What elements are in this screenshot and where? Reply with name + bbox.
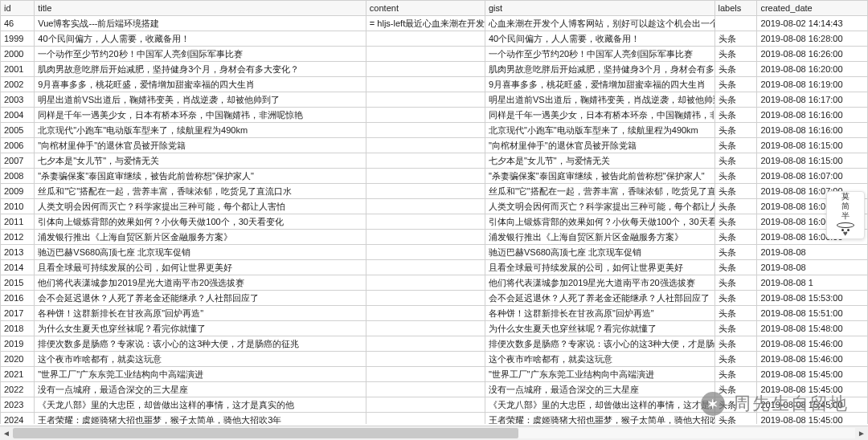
title-cell[interactable]: 一个动作至少节约20秒！中国军人亮剑国际军事比赛	[35, 47, 366, 62]
gist-cell[interactable]: 这个夜市咋啥都有，就卖这玩意	[485, 352, 714, 367]
id-cell[interactable]: 2010	[1, 199, 35, 214]
id-cell[interactable]: 2017	[1, 306, 35, 321]
horizontal-scrollbar[interactable]: ◄ ►	[0, 426, 868, 440]
created-cell[interactable]: 2019-08-08 15:45:00	[757, 413, 868, 425]
labels-cell[interactable]: 头条	[714, 62, 757, 77]
gist-cell[interactable]: "杀妻骗保案"泰国庭审继续，被告此前曾称想"保护家人"	[485, 169, 714, 184]
title-cell[interactable]: 没有一点城府，最适合深交的三大星座	[35, 382, 366, 397]
created-cell[interactable]: 2019-08-08 1	[757, 275, 868, 291]
scroll-thumb[interactable]	[13, 428, 518, 438]
col-gist[interactable]: gist	[485, 1, 714, 16]
table-row[interactable]: 2003明星出道前VS出道后，鞠婧祎变美，肖战逆袭，却被他帅到了明星出道前VS出…	[1, 92, 868, 108]
scroll-track[interactable]	[13, 428, 855, 438]
created-cell[interactable]: 2019-08-08	[757, 245, 868, 260]
table-row[interactable]: 2001肌肉男故意吃胖后开始减肥，坚持健身3个月，身材会有多大变化？肌肉男故意吃…	[1, 62, 868, 77]
title-cell[interactable]: 《天龙八部》里的大忠臣，却曾做出这样的事情，这才是真实的他	[35, 397, 366, 413]
id-cell[interactable]: 2019	[1, 336, 35, 352]
content-cell[interactable]	[366, 352, 485, 367]
content-cell[interactable]	[366, 336, 485, 352]
id-cell[interactable]: 2006	[1, 138, 35, 153]
col-content[interactable]: content	[366, 1, 485, 16]
labels-cell[interactable]: 头条	[714, 321, 757, 336]
gist-cell[interactable]: 北京现代"小跑车"电动版车型来了，续航里程为490km	[485, 123, 714, 138]
content-cell[interactable]	[366, 260, 485, 275]
labels-cell[interactable]: 头条	[714, 260, 757, 275]
content-cell[interactable]	[366, 275, 485, 291]
gist-cell[interactable]: 心血来潮在开发个人博客网站，别好可以趁这个机会出一个系列文 随笔	[485, 16, 714, 31]
table-row[interactable]: 2007七夕本是"女儿节"，与爱情无关七夕本是"女儿节"，与爱情无关头条2019…	[1, 153, 868, 169]
table-row[interactable]: 20029月喜事多多，桃花旺盛，爱情增加甜蜜幸福的四大生肖9月喜事多多，桃花旺盛…	[1, 77, 868, 92]
content-cell[interactable]	[366, 47, 485, 62]
labels-cell[interactable]: 头条	[714, 77, 757, 92]
id-cell[interactable]: 2018	[1, 321, 35, 336]
table-row[interactable]: 46Vue博客实战---前后端环境搭建= hljs-left最近心血来潮在开发个…	[1, 16, 868, 31]
labels-cell[interactable]: 头条	[714, 123, 757, 138]
title-cell[interactable]: 驰迈巴赫VS680高顶七座 北京现车促销	[35, 245, 366, 260]
labels-cell[interactable]: 头条	[714, 169, 757, 184]
created-cell[interactable]: 2019-08-08 16:19:00	[757, 77, 868, 92]
gist-cell[interactable]: 人类文明会因何而灭亡？科学家提出三种可能，每个都让人害怕	[485, 199, 714, 214]
id-cell[interactable]: 2002	[1, 77, 35, 92]
labels-cell[interactable]: 头条	[714, 230, 757, 245]
labels-cell[interactable]: 头条	[714, 31, 757, 47]
content-cell[interactable]	[366, 62, 485, 77]
content-cell[interactable]	[366, 245, 485, 260]
content-cell[interactable]	[366, 108, 485, 123]
created-cell[interactable]: 2019-08-08 15:45:00	[757, 382, 868, 397]
created-cell[interactable]: 2019-08-08 16:17:00	[757, 92, 868, 108]
content-cell[interactable]	[366, 291, 485, 306]
title-cell[interactable]: 浦发银行推出《上海自贸区新片区金融服务方案》	[35, 230, 366, 245]
content-cell[interactable]	[366, 153, 485, 169]
id-cell[interactable]: 2024	[1, 413, 35, 425]
labels-cell[interactable]: 头条	[714, 352, 757, 367]
created-cell[interactable]: 2019-08-08 15:48:00	[757, 321, 868, 336]
table-row[interactable]: 2021"世界工厂"广东东莞工业结构向中高端演进"世界工厂"广东东莞工业结构向中…	[1, 367, 868, 382]
table-row[interactable]: 2010人类文明会因何而灭亡？科学家提出三种可能，每个都让人害怕人类文明会因何而…	[1, 199, 868, 214]
data-grid[interactable]: id title content gist labels created_dat…	[0, 0, 868, 424]
id-cell[interactable]: 2012	[1, 230, 35, 245]
title-cell[interactable]: "世界工厂"广东东莞工业结构向中高端演进	[35, 367, 366, 382]
title-cell[interactable]: 七夕本是"女儿节"，与爱情无关	[35, 153, 366, 169]
gist-cell[interactable]: 各种饼！这群新排长在甘孜高原"回炉再造"	[485, 306, 714, 321]
table-row[interactable]: 2016会不会延迟退休？人死了养老金还能继承？人社部回应了会不会延迟退休？人死了…	[1, 291, 868, 306]
table-row[interactable]: 2020这个夜市咋啥都有，就卖这玩意这个夜市咋啥都有，就卖这玩意头条2019-0…	[1, 352, 868, 367]
table-row[interactable]: 2006"向棺材里伸手"的退休官员被开除党籍"向棺材里伸手"的退休官员被开除党籍…	[1, 138, 868, 153]
id-cell[interactable]: 2001	[1, 62, 35, 77]
table-row[interactable]: 2008"杀妻骗保案"泰国庭审继续，被告此前曾称想"保护家人""杀妻骗保案"泰国…	[1, 169, 868, 184]
id-cell[interactable]: 2021	[1, 367, 35, 382]
created-cell[interactable]: 2019-08-08 16:15:00	[757, 138, 868, 153]
gist-cell[interactable]: 引体向上锻炼背部的效果如何？小伙每天做100个，30天看变化	[485, 214, 714, 230]
labels-cell[interactable]: 头条	[714, 184, 757, 199]
title-cell[interactable]: Vue博客实战---前后端环境搭建	[35, 16, 366, 31]
gist-cell[interactable]: 9月喜事多多，桃花旺盛，爱情增加甜蜜幸福的四大生肖	[485, 77, 714, 92]
title-cell[interactable]: 丝瓜和"它"搭配在一起，营养丰富，香味浓郁，吃货见了直流口水	[35, 184, 366, 199]
created-cell[interactable]: 2019-08-08 16:16:00	[757, 108, 868, 123]
created-cell[interactable]: 2019-08-08 15:51:00	[757, 306, 868, 321]
gist-cell[interactable]: 明星出道前VS出道后，鞠婧祎变美，肖战逆袭，却被他帅到了	[485, 92, 714, 108]
table-row[interactable]: 2004同样是千年一遇美少女，日本有桥本环奈，中国鞠婧祎，非洲呢惊艳同样是千年一…	[1, 108, 868, 123]
table-row[interactable]: 2024王者荣耀：虞姬骑猪大招也噩梦，猴子太简单，骑他大招吹3年王者荣耀：虞姬骑…	[1, 413, 868, 425]
title-cell[interactable]: "杀妻骗保案"泰国庭审继续，被告此前曾称想"保护家人"	[35, 169, 366, 184]
id-cell[interactable]: 2016	[1, 291, 35, 306]
gist-cell[interactable]: 为什么女生夏天也穿丝袜呢？看完你就懂了	[485, 321, 714, 336]
table-row[interactable]: 199940个民间偏方，人人需要，收藏备用！40个民间偏方，人人需要，收藏备用！…	[1, 31, 868, 47]
id-cell[interactable]: 2009	[1, 184, 35, 199]
labels-cell[interactable]: 头条	[714, 47, 757, 62]
labels-cell[interactable]: 头条	[714, 153, 757, 169]
created-cell[interactable]: 2019-08-08 16:15:00	[757, 153, 868, 169]
table-row[interactable]: 2022没有一点城府，最适合深交的三大星座没有一点城府，最适合深交的三大星座头条…	[1, 382, 868, 397]
content-cell[interactable]	[366, 214, 485, 230]
id-cell[interactable]: 2011	[1, 214, 35, 230]
content-cell[interactable]: = hljs-left最近心血来潮在开发个人博客网站，别好可以趁这	[366, 16, 485, 31]
table-row[interactable]: 2015他们将代表潇城参加2019星光大道南平市20强选拔赛他们将代表潇城参加2…	[1, 275, 868, 291]
content-cell[interactable]	[366, 321, 485, 336]
gist-cell[interactable]: 会不会延迟退休？人死了养老金还能继承？人社部回应了	[485, 291, 714, 306]
content-cell[interactable]	[366, 31, 485, 47]
gist-cell[interactable]: 且看全球最可持续发展的公司，如何让世界更美好	[485, 260, 714, 275]
table-row[interactable]: 2014且看全球最可持续发展的公司，如何让世界更美好且看全球最可持续发展的公司，…	[1, 260, 868, 275]
title-cell[interactable]: 会不会延迟退休？人死了养老金还能继承？人社部回应了	[35, 291, 366, 306]
title-cell[interactable]: 引体向上锻炼背部的效果如何？小伙每天做100个，30天看变化	[35, 214, 366, 230]
title-cell[interactable]: 北京现代"小跑车"电动版车型来了，续航里程为490km	[35, 123, 366, 138]
title-cell[interactable]: 明星出道前VS出道后，鞠婧祎变美，肖战逆袭，却被他帅到了	[35, 92, 366, 108]
content-cell[interactable]	[366, 230, 485, 245]
